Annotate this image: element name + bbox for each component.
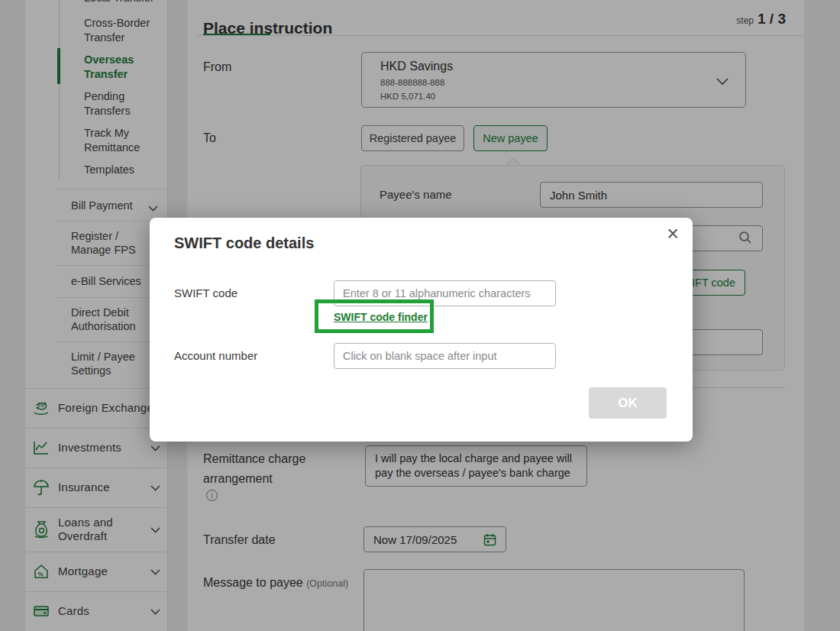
account-number-input[interactable] <box>334 343 556 369</box>
swift-code-label: SWIFT code <box>174 280 237 306</box>
account-number-label: Account number <box>174 343 257 369</box>
modal-title: SWIFT code details <box>174 235 314 252</box>
close-icon[interactable]: × <box>667 224 679 244</box>
page-root: Local Transfer Cross-Border Transfer Ove… <box>0 0 840 631</box>
ok-button[interactable]: OK <box>589 387 667 419</box>
annotation-highlight-box <box>315 299 434 333</box>
